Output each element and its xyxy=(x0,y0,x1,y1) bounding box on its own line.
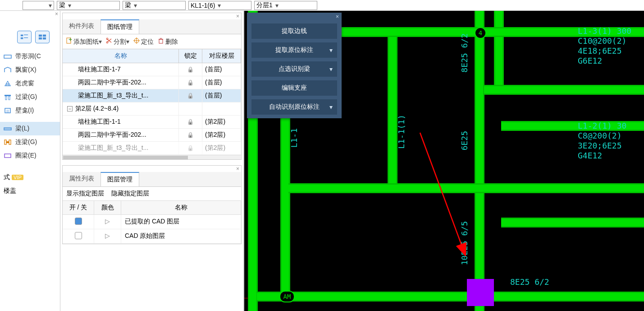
col-header-name[interactable]: 名称 xyxy=(63,49,179,63)
chevron-down-icon xyxy=(275,2,279,9)
table-row[interactable]: 两园二期中学平面-202...(第2层) xyxy=(63,129,241,142)
chevron-down-icon xyxy=(134,2,137,9)
sidebar-item-strip-hole[interactable]: 带形洞(C xyxy=(0,50,60,63)
sidebar-bottom-row-2[interactable]: 楼盖 xyxy=(2,184,60,198)
lock-icon xyxy=(187,79,194,86)
sidebar-item-niche[interactable]: 壁龛(I) xyxy=(0,104,60,117)
table-row[interactable]: 两园二期中学平面-202...(首层) xyxy=(63,76,241,89)
dropdown-1[interactable] xyxy=(23,1,54,10)
sidebar-item-beam[interactable]: 梁(L) xyxy=(0,122,60,135)
checkbox[interactable] xyxy=(75,218,82,225)
cad-label: G4E12 xyxy=(578,151,602,160)
cad-label: G6E12 xyxy=(578,56,602,65)
strip-hole-icon xyxy=(4,52,12,60)
drawings-toolbar: +添加图纸 分割 定位 删除 xyxy=(63,34,241,49)
show-layers-button[interactable]: 显示指定图层 xyxy=(66,190,104,198)
svg-rect-17 xyxy=(9,140,11,144)
col-header-lock[interactable]: 锁定 xyxy=(179,49,202,63)
cad-label: L1-1(1) xyxy=(397,115,406,149)
panel-close-icon[interactable]: × xyxy=(63,166,241,172)
expand-icon[interactable] xyxy=(105,232,110,239)
sidebar-item-label: 圈梁(E) xyxy=(15,152,37,160)
view-grid-icon[interactable] xyxy=(35,31,50,43)
sidebar-item-label: 梁(L) xyxy=(15,125,29,133)
tab-component-list[interactable]: 构件列表 xyxy=(63,19,100,34)
chevron-down-icon xyxy=(49,2,52,9)
svg-rect-18 xyxy=(6,141,9,143)
chevron-down-icon xyxy=(68,2,71,9)
col-header-floor[interactable]: 对应楼层 xyxy=(202,49,241,63)
chevron-down-icon xyxy=(218,2,221,9)
beam-icon xyxy=(4,125,12,133)
split-button[interactable]: 分割 xyxy=(105,37,129,46)
sidebar-item-label: 带形洞(C xyxy=(15,52,41,60)
view-list-icon[interactable] xyxy=(17,31,32,43)
pick-recognize-beam-button[interactable]: 点选识别梁 xyxy=(251,61,337,77)
sidebar-item-lintel[interactable]: 过梁(G) xyxy=(0,90,60,104)
sidebar-item-ring-beam[interactable]: 圈梁(E) xyxy=(0,149,60,162)
left-sidebar: × 带形洞(C 飘窗(X) 老虎窗 过梁(G) 壁龛(I) 梁(L) 连梁(G)… xyxy=(0,11,60,311)
lock-icon xyxy=(187,118,194,125)
cad-label: 8E25 6/2 xyxy=(510,277,549,287)
hide-layers-button[interactable]: 隐藏指定图层 xyxy=(111,190,149,198)
sidebar-bottom-row-4[interactable] xyxy=(2,210,60,223)
locate-button[interactable]: 定位 xyxy=(133,37,154,46)
table-row[interactable]: 梁施工图_新_t3_导出_t...(首层) xyxy=(63,89,241,102)
sidebar-item-dormer[interactable]: 老虎窗 xyxy=(0,77,60,90)
cad-label: C8@200(2) xyxy=(578,131,622,140)
layer-row[interactable]: 已提取的 CAD 图层 xyxy=(63,215,241,229)
cad-label: L1-2(1) 30 xyxy=(578,121,626,130)
dropdown-category[interactable]: 梁 xyxy=(57,1,120,10)
svg-rect-11 xyxy=(9,96,10,100)
cad-viewport[interactable]: 4 AM L1-1 L1-1(1) 8E25 6/2 6E25 10E25 6/… xyxy=(243,11,644,311)
tab-property-list[interactable]: 属性列表 xyxy=(63,172,100,186)
col-header-layer-name[interactable]: 名称 xyxy=(121,201,241,214)
col-header-color[interactable]: 颜色 xyxy=(94,201,121,214)
table-row-group[interactable]: −第2层 (4.2~8.4) xyxy=(63,102,241,116)
vip-badge: VIP xyxy=(12,175,23,180)
auto-recognize-annotation-button[interactable]: 自动识别原位标注 xyxy=(251,99,337,115)
extract-edges-button[interactable]: 提取边线 xyxy=(251,23,337,39)
sidebar-item-coupling-beam[interactable]: 连梁(G) xyxy=(0,135,60,149)
checkbox[interactable] xyxy=(75,232,82,239)
recognition-panel: × 提取边线 提取原位标注 点选识别梁 编辑支座 自动识别原位标注 xyxy=(247,13,342,118)
delete-button[interactable]: 删除 xyxy=(157,37,178,46)
panel-close-icon[interactable]: × xyxy=(247,13,342,21)
beam xyxy=(494,11,504,92)
panel-close-icon[interactable]: × xyxy=(0,11,60,27)
add-icon: + xyxy=(65,37,73,44)
drawings-panel: × 构件列表 图纸管理 +添加图纸 分割 定位 删除 名称 锁定 对应楼层 墙柱… xyxy=(62,13,242,160)
scissors-icon xyxy=(105,37,113,44)
layers-panel: × 属性列表 图层管理 显示指定图层 隐藏指定图层 开 / 关 颜色 名称 已提… xyxy=(62,165,242,244)
svg-rect-3 xyxy=(24,37,28,38)
col-header-onoff[interactable]: 开 / 关 xyxy=(63,201,94,214)
sidebar-bottom-row-3[interactable] xyxy=(2,198,60,210)
lock-icon xyxy=(187,131,194,138)
sidebar-item-label: 连梁(G) xyxy=(15,138,37,146)
svg-text:+: + xyxy=(69,37,72,43)
ring-beam-icon xyxy=(4,152,12,160)
svg-rect-1 xyxy=(24,35,28,35)
chevron-down-icon xyxy=(329,65,333,73)
tab-drawing-mgmt[interactable]: 图纸管理 xyxy=(100,19,139,34)
dropdown-layer[interactable]: 分层1 xyxy=(254,1,317,10)
horizontal-scrollbar[interactable] xyxy=(63,155,241,159)
sidebar-item-bay-window[interactable]: 飘窗(X) xyxy=(0,63,60,77)
table-row[interactable]: 墙柱施工图-1-1(第2层) xyxy=(63,116,241,129)
extract-annotation-button[interactable]: 提取原位标注 xyxy=(251,42,337,58)
table-row[interactable]: 墙柱施工图-1-7(首层) xyxy=(63,63,241,76)
cad-label: 3E20;6E25 xyxy=(578,141,622,150)
table-row[interactable]: 梁施工图_新_t3_导出_t...(第2层) xyxy=(63,142,241,155)
add-drawing-button[interactable]: +添加图纸 xyxy=(65,37,102,46)
chevron-down-icon xyxy=(99,38,102,45)
collapse-icon[interactable]: − xyxy=(67,106,73,111)
svg-rect-0 xyxy=(21,35,23,37)
edit-support-button[interactable]: 编辑支座 xyxy=(251,80,337,96)
dropdown-component[interactable]: KL1-1(6) xyxy=(188,1,251,10)
sidebar-bottom-row-1[interactable]: 式VIP xyxy=(2,171,60,184)
expand-icon[interactable] xyxy=(105,218,110,225)
panel-close-icon[interactable]: × xyxy=(63,13,241,19)
layer-row[interactable]: CAD 原始图层 xyxy=(63,229,241,244)
dropdown-type[interactable]: 梁 xyxy=(123,1,186,10)
tab-layer-mgmt[interactable]: 图层管理 xyxy=(100,172,139,186)
